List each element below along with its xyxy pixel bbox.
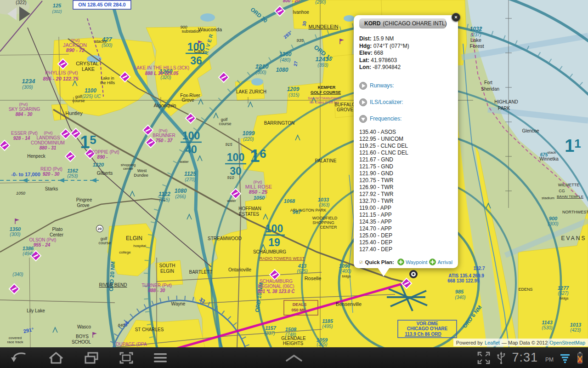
map-label: ELGIN bbox=[126, 235, 142, 242]
map-label: (300) bbox=[10, 232, 20, 237]
map-label: 935 bbox=[296, 38, 304, 43]
map-label: REID (Pvt) bbox=[40, 167, 62, 172]
map-label: 750 - 37 bbox=[156, 138, 173, 143]
section-frequencies[interactable]: Frequencies: bbox=[359, 115, 452, 123]
airport-info-popup: × KORD (CHICAGO OHARE INTL) Dist: 15.9 N… bbox=[354, 15, 458, 268]
map-label: Roselle bbox=[305, 276, 322, 281]
menu-icon bbox=[153, 352, 167, 363]
leaflet-link[interactable]: Leaflet bbox=[485, 340, 500, 345]
map-label: PHYLLIS (Pvt) bbox=[45, 70, 78, 75]
map-label: (315) bbox=[288, 92, 299, 98]
map-label: KEMPER bbox=[318, 85, 336, 90]
map-label: (400) bbox=[340, 269, 351, 274]
map-label: TURNER (Pvt) bbox=[141, 283, 172, 288]
map-label: ELGIN bbox=[160, 269, 174, 274]
map-label: 1099 bbox=[243, 130, 255, 137]
chevron-right-icon bbox=[359, 98, 367, 106]
attribution-text: — Map Data © 2012 bbox=[502, 340, 548, 345]
frequency-item: 121.15 - APP bbox=[359, 212, 452, 218]
map-label: the Hills bbox=[100, 80, 115, 85]
frequencies-link[interactable]: Frequencies: bbox=[370, 115, 401, 122]
info-row: Elev: 668 bbox=[359, 50, 452, 57]
map-label: 880 - 31 bbox=[40, 145, 57, 150]
map-label: Dundee bbox=[134, 173, 148, 178]
airport-code: KORD bbox=[364, 20, 380, 27]
info-row: Lon: -87.904842 bbox=[359, 64, 452, 71]
map-label: ST CHARLES bbox=[135, 327, 164, 332]
map-label: WILMETTE bbox=[558, 183, 580, 187]
map-label: (237) bbox=[470, 32, 481, 37]
map-label: GROVE bbox=[337, 107, 353, 112]
map-label: EVANS bbox=[561, 235, 587, 242]
openstreetmap-link[interactable]: OpenStreetMap bbox=[549, 340, 585, 345]
map-label: 1508 bbox=[285, 327, 297, 332]
sectional-map[interactable]: 10036100401003010019161511(322)125(302)O… bbox=[0, 0, 588, 347]
section-ils[interactable]: ILS/Localizer: bbox=[359, 98, 452, 106]
map-label: (340) bbox=[455, 295, 465, 300]
ils-localizer-link[interactable]: ILS/Localizer: bbox=[370, 99, 403, 105]
recent-apps-icon bbox=[84, 351, 99, 364]
map-label: Center bbox=[50, 232, 64, 237]
map-label: LAKE bbox=[82, 66, 95, 72]
map-pan-arrows[interactable] bbox=[6, 6, 32, 23]
map-label: HIGHLAND bbox=[494, 99, 518, 104]
map-label: 888 L 30 123.05 bbox=[145, 71, 179, 76]
map-label: 1209 bbox=[287, 86, 300, 92]
map-label: 668 130 122.95 bbox=[447, 278, 480, 283]
map-label: (302) bbox=[52, 9, 62, 14]
map-label: (748) bbox=[285, 332, 296, 337]
status-cluster[interactable]: 7:31 PM bbox=[477, 347, 583, 368]
map-label: LAKE IN THE HILLS (3CK) bbox=[134, 65, 189, 70]
map-label: GOLF COURSE bbox=[311, 90, 341, 95]
map-label: (309) bbox=[22, 85, 33, 90]
screenshot-button[interactable] bbox=[118, 350, 135, 366]
map-label: (300) bbox=[255, 70, 266, 75]
plus-icon bbox=[397, 259, 404, 265]
map-label: (322) bbox=[16, 0, 26, 5]
map-label: Wasco bbox=[77, 324, 91, 329]
add-arrival-button[interactable]: Arrival bbox=[429, 259, 452, 265]
recent-apps-button[interactable] bbox=[83, 351, 100, 365]
battery-icon bbox=[577, 351, 583, 364]
svg-text:100: 100 bbox=[182, 130, 200, 142]
menu-button[interactable] bbox=[153, 351, 168, 364]
map-label: 800 - 20 bbox=[283, 0, 300, 3]
map-label: 1350 bbox=[10, 226, 21, 232]
map-label: EDENS bbox=[518, 287, 532, 292]
map-label: Bensenville bbox=[336, 301, 362, 307]
map-label: course bbox=[219, 121, 231, 126]
usb-icon bbox=[497, 351, 506, 365]
close-icon[interactable]: × bbox=[452, 13, 460, 22]
map-label: 1125 bbox=[184, 171, 196, 177]
android-system-bar: 7:31 PM bbox=[0, 347, 588, 368]
map-label: (315) bbox=[159, 197, 170, 202]
map-label: 1234 bbox=[22, 78, 36, 85]
map-label: (480) bbox=[280, 58, 290, 63]
map-label: 928 - 14 bbox=[13, 136, 30, 141]
notification-pull[interactable] bbox=[284, 347, 304, 368]
map-label: ATIS 135.4 269.9 bbox=[448, 273, 484, 278]
map-label: (625) bbox=[297, 269, 307, 274]
map-label: 900 bbox=[549, 216, 558, 221]
svg-text:100: 100 bbox=[266, 223, 283, 235]
pan-left-icon[interactable] bbox=[7, 7, 17, 20]
frequency-item: 121.75 - GND bbox=[359, 163, 452, 170]
back-button[interactable] bbox=[9, 350, 29, 366]
home-button[interactable] bbox=[47, 350, 65, 366]
svg-text:100: 100 bbox=[227, 151, 244, 163]
map-label: Forest bbox=[469, 43, 484, 49]
section-runways[interactable]: Runways: bbox=[359, 82, 452, 90]
nav-buttons bbox=[0, 350, 168, 366]
frequency-item: 126.90 - TWR bbox=[359, 184, 452, 191]
pan-right-icon[interactable] bbox=[19, 6, 30, 21]
map-label: 1080 bbox=[175, 188, 187, 194]
map-label: RADIO TOWERS WEST bbox=[260, 256, 305, 261]
map-label: BUFFALO bbox=[334, 102, 356, 107]
info-row: Lat: 41.978603 bbox=[359, 57, 452, 64]
popup-tail bbox=[378, 268, 390, 276]
runways-link[interactable]: Runways: bbox=[370, 82, 394, 89]
add-waypoint-button[interactable]: Waypoint bbox=[397, 259, 428, 265]
map-label: 890 - 72 bbox=[66, 47, 85, 53]
frequency-item: 135.40 - ASOS bbox=[359, 129, 452, 136]
map-label: Ontarioville bbox=[228, 267, 251, 272]
